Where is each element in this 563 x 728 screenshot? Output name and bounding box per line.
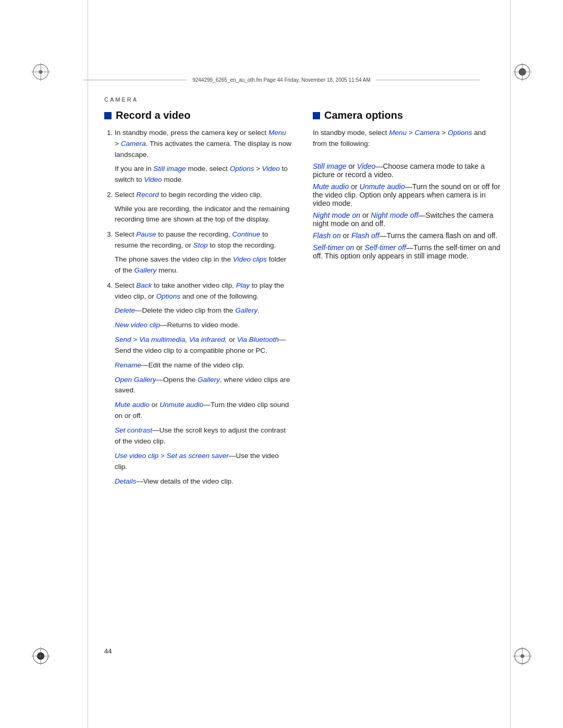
reg-mark-bottom-left — [31, 647, 50, 665]
video-clips-link: Video clips — [233, 255, 267, 263]
pause-link: Pause — [136, 230, 156, 238]
step-1: In standby mode, press the camera key or… — [115, 128, 292, 186]
camera-link-right: Camera — [415, 129, 440, 137]
step-4: Select Back to take another video clip, … — [115, 280, 292, 487]
video-option-label: Video — [357, 162, 376, 170]
step-3-sub: The phone saves the video clip in the Vi… — [115, 254, 292, 276]
camera-option-flash: Flash on or Flash off—Turns the camera f… — [313, 231, 500, 240]
heading-square-left — [104, 112, 112, 119]
back-link: Back — [136, 281, 152, 289]
gallery-link-1: Gallery — [134, 266, 157, 274]
step-1-menu-link: Menu — [268, 129, 286, 137]
reg-mark-top-right — [513, 63, 532, 81]
camera-option-still-image: Still image or Video—Choose camera mode … — [313, 162, 500, 179]
via-bluetooth-label: Via Bluetooth — [237, 336, 279, 343]
left-column: Record a video In standby mode, press th… — [104, 109, 292, 645]
step-2-text: Select Record to begin recording the vid… — [115, 191, 262, 199]
content-area: Record a video In standby mode, press th… — [104, 109, 500, 645]
delete-label: Delete — [115, 306, 135, 314]
camera-option-self-timer: Self-timer on or Self-timer off—Turns th… — [313, 243, 500, 260]
flash-off-label: Flash off — [351, 231, 380, 240]
gallery-link-3: Gallery — [198, 376, 220, 384]
step-1-camera-link: Camera — [121, 140, 146, 147]
sub-item-set-contrast: Set contrast—Use the scroll keys to adju… — [115, 425, 292, 447]
step-3: Select Pause to pause the recording, Con… — [115, 229, 292, 276]
set-contrast-label: Set contrast — [115, 426, 152, 434]
step-4-sub-items: Delete—Delete the video clip from the Ga… — [115, 305, 292, 487]
details-label: Details — [115, 477, 136, 485]
step-1-text: In standby mode, press the camera key or… — [115, 129, 291, 158]
right-vertical-rule — [510, 0, 511, 728]
sub-item-mute-audio: Mute audio or Unmute audio—Turn the vide… — [115, 400, 292, 422]
reg-mark-top-left — [31, 63, 50, 81]
sub-item-open-gallery: Open Gallery—Opens the Gallery, where vi… — [115, 375, 292, 397]
sub-item-rename: Rename—Edit the name of the video clip. — [115, 360, 292, 371]
page-container: 9244299_6265_en_au_oth.fm Page 44 Friday… — [0, 0, 563, 728]
file-header: 9244299_6265_en_au_oth.fm Page 44 Friday… — [83, 77, 480, 83]
step-4-text: Select Back to take another video clip, … — [115, 281, 284, 300]
unmute-audio-label: Unmute audio — [160, 401, 203, 409]
file-header-left-line — [83, 80, 187, 80]
camera-options-title: Camera options — [324, 109, 403, 121]
file-header-text: 9244299_6265_en_au_oth.fm Page 44 Friday… — [187, 77, 376, 83]
sub-item-details: Details—View details of the video clip. — [115, 476, 292, 487]
heading-square-right — [313, 112, 320, 119]
night-mode-off-label: Night mode off — [371, 211, 418, 219]
options-link-2: Options — [156, 292, 181, 300]
continue-link: Continue — [232, 230, 260, 238]
video-link-1: Video — [262, 165, 280, 172]
left-vertical-rule — [88, 0, 88, 728]
page-number: 44 — [104, 647, 112, 655]
options-link-1: Options — [230, 165, 254, 172]
self-timer-on-label: Self-timer on — [313, 243, 354, 252]
options-link-right: Options — [448, 129, 472, 137]
step-3-text: Select Pause to pause the recording, Con… — [115, 230, 276, 249]
open-gallery-label: Open Gallery — [115, 376, 156, 384]
camera-options-intro: In standby mode, select Menu > Camera > … — [313, 128, 500, 150]
camera-option-night-mode: Night mode on or Night mode off—Switches… — [313, 211, 500, 228]
sub-item-send: Send > Via multimedia, Via infrared, or … — [115, 335, 292, 356]
night-mode-on-label: Night mode on — [313, 211, 360, 219]
step-2-sub: While you are recording, the indicator a… — [115, 204, 292, 226]
sub-item-delete: Delete—Delete the video clip from the Ga… — [115, 305, 292, 316]
mute-audio-option-label: Mute audio — [313, 182, 349, 191]
new-video-clip-label: New video clip — [115, 321, 160, 329]
step-1-sub: If you are in Still image mode, select O… — [115, 164, 292, 186]
record-video-title: Record a video — [116, 109, 190, 121]
flash-on-label: Flash on — [313, 231, 341, 240]
video-link-2: Video — [144, 176, 162, 183]
right-column: Camera options In standby mode, select M… — [313, 109, 500, 645]
still-image-link-1: Still image — [153, 165, 186, 172]
send-label: Send > Via multimedia, Via infrared, — [115, 336, 227, 343]
record-video-steps: In standby mode, press the camera key or… — [104, 128, 292, 487]
camera-section-label: Camera — [104, 96, 138, 103]
use-video-clip-label: Use video clip > Set as screen saver — [115, 452, 229, 460]
gallery-link-2: Gallery — [235, 306, 258, 314]
step-2: Select Record to begin recording the vid… — [115, 190, 292, 226]
unmute-audio-option-label: Unmute audio — [360, 182, 405, 191]
menu-link-right: Menu — [389, 129, 407, 137]
sub-item-new-video-clip: New video clip—Returns to video mode. — [115, 320, 292, 331]
file-header-right-line — [376, 80, 480, 80]
self-timer-off-label: Self-timer off — [365, 243, 406, 252]
mute-audio-label: Mute audio — [115, 401, 150, 409]
record-video-heading: Record a video — [104, 109, 292, 121]
rename-label: Rename — [115, 361, 141, 369]
play-link: Play — [236, 281, 250, 289]
stop-link: Stop — [193, 241, 208, 249]
record-link: Record — [136, 191, 159, 199]
reg-mark-bottom-right — [513, 647, 532, 665]
sub-item-use-video-clip: Use video clip > Set as screen saver—Use… — [115, 451, 292, 473]
camera-options-heading: Camera options — [313, 109, 500, 121]
still-image-option-label: Still image — [313, 162, 347, 170]
camera-option-mute-audio: Mute audio or Unmute audio—Turn the soun… — [313, 182, 500, 207]
